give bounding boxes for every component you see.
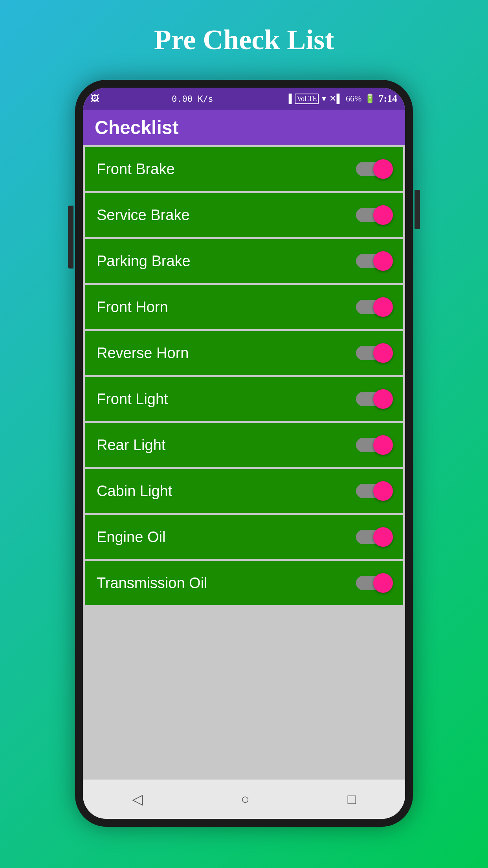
notification-icon: 🖼 — [91, 94, 99, 104]
checklist-label-parking-brake: Parking Brake — [97, 253, 191, 270]
phone-frame: 🖼 0.00 K/s ▐ VoLTE ▾ ✕▌ 66% 🔋 7:14 Check… — [75, 80, 413, 827]
status-left: 🖼 — [91, 94, 99, 104]
status-right: ▐ VoLTE ▾ ✕▌ 66% 🔋 7:14 — [286, 93, 397, 105]
toggle-thumb-front-light — [373, 389, 393, 409]
toggle-transmission-oil[interactable] — [356, 574, 391, 592]
toggle-thumb-reverse-horn — [373, 343, 393, 363]
toggle-front-horn[interactable] — [356, 298, 391, 316]
checklist-label-front-brake: Front Brake — [97, 161, 175, 178]
back-nav-icon[interactable]: ◁ — [132, 791, 143, 807]
toggle-thumb-cabin-light — [373, 481, 393, 501]
checklist-label-engine-oil: Engine Oil — [97, 529, 165, 546]
checklist-label-service-brake: Service Brake — [97, 207, 190, 224]
status-speed: 0.00 K/s — [172, 94, 213, 104]
checklist-item-parking-brake[interactable]: Parking Brake — [85, 239, 403, 283]
toggle-thumb-parking-brake — [373, 251, 393, 271]
toggle-reverse-horn[interactable] — [356, 344, 391, 362]
checklist-content: Front BrakeService BrakeParking BrakeFro… — [83, 145, 405, 780]
toggle-thumb-front-horn — [373, 297, 393, 317]
checklist-item-rear-light[interactable]: Rear Light — [85, 423, 403, 467]
toggle-front-light[interactable] — [356, 390, 391, 408]
checklist-item-reverse-horn[interactable]: Reverse Horn — [85, 331, 403, 375]
toggle-engine-oil[interactable] — [356, 528, 391, 546]
toggle-thumb-rear-light — [373, 435, 393, 455]
toggle-parking-brake[interactable] — [356, 252, 391, 270]
recent-nav-icon[interactable]: □ — [348, 791, 356, 807]
toggle-thumb-front-brake — [373, 159, 393, 179]
checklist-item-front-horn[interactable]: Front Horn — [85, 285, 403, 329]
toggle-thumb-transmission-oil — [373, 573, 393, 593]
checklist-label-rear-light: Rear Light — [97, 437, 165, 454]
checklist-label-transmission-oil: Transmission Oil — [97, 575, 207, 592]
app-bar-title: Checklist — [95, 117, 178, 138]
toggle-cabin-light[interactable] — [356, 482, 391, 500]
toggle-rear-light[interactable] — [356, 436, 391, 454]
checklist-item-front-light[interactable]: Front Light — [85, 377, 403, 421]
checklist-label-front-light: Front Light — [97, 391, 168, 408]
status-bar: 🖼 0.00 K/s ▐ VoLTE ▾ ✕▌ 66% 🔋 7:14 — [83, 88, 405, 110]
volte-icon: VoLTE — [295, 94, 319, 104]
nav-bar: ◁ ○ □ — [83, 780, 405, 819]
checklist-label-reverse-horn: Reverse Horn — [97, 345, 189, 362]
checklist-item-cabin-light[interactable]: Cabin Light — [85, 469, 403, 513]
phone-screen: 🖼 0.00 K/s ▐ VoLTE ▾ ✕▌ 66% 🔋 7:14 Check… — [83, 88, 405, 819]
home-nav-icon[interactable]: ○ — [241, 791, 250, 807]
checklist-item-service-brake[interactable]: Service Brake — [85, 193, 403, 237]
checklist-item-engine-oil[interactable]: Engine Oil — [85, 515, 403, 559]
app-bar: Checklist — [83, 110, 405, 145]
battery-indicator: 🔋 — [365, 94, 375, 104]
signal-icon: ✕▌ — [329, 94, 343, 104]
toggle-thumb-engine-oil — [373, 527, 393, 547]
toggle-service-brake[interactable] — [356, 206, 391, 224]
toggle-front-brake[interactable] — [356, 160, 391, 178]
battery-icon: ▐ — [286, 94, 292, 104]
checklist-items: Front BrakeService BrakeParking BrakeFro… — [83, 145, 405, 780]
checklist-item-front-brake[interactable]: Front Brake — [85, 147, 403, 191]
checklist-label-front-horn: Front Horn — [97, 299, 168, 316]
toggle-thumb-service-brake — [373, 205, 393, 225]
battery-percent: 66% — [346, 94, 361, 104]
checklist-item-transmission-oil[interactable]: Transmission Oil — [85, 561, 403, 605]
status-time: 7:14 — [378, 93, 397, 105]
checklist-label-cabin-light: Cabin Light — [97, 483, 172, 500]
wifi-icon: ▾ — [322, 94, 326, 104]
page-title: Pre Check List — [154, 24, 334, 56]
